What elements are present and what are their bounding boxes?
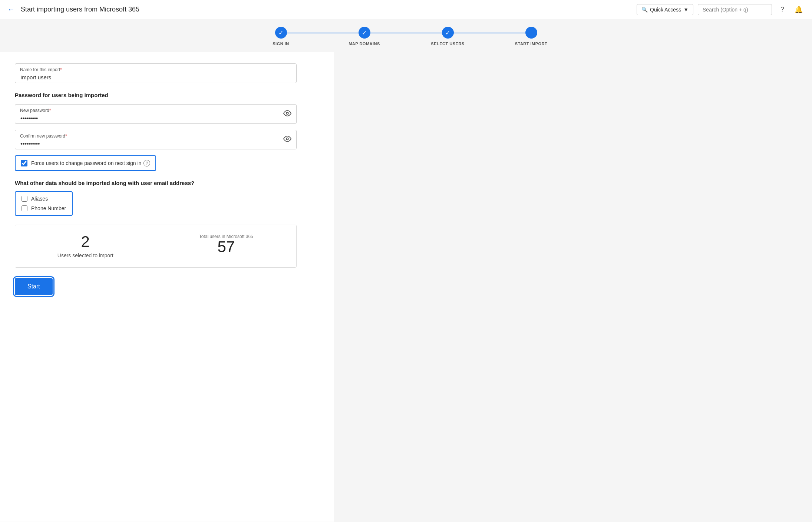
force-change-checkbox-row: Force users to change password on next s… bbox=[15, 155, 156, 171]
step-sign-in: ✓ SIGN IN bbox=[239, 27, 323, 46]
new-password-input[interactable] bbox=[15, 104, 297, 124]
other-data-title: What other data should be imported along… bbox=[15, 180, 319, 186]
step-1-label: SIGN IN bbox=[273, 42, 289, 46]
phone-number-checkbox[interactable] bbox=[22, 205, 27, 211]
selected-users-label: Users selected to import bbox=[24, 252, 147, 258]
new-password-wrapper: New password* bbox=[15, 104, 297, 124]
back-button[interactable]: ← bbox=[7, 5, 15, 14]
step-3-label: SELECT USERS bbox=[431, 42, 464, 46]
help-button[interactable]: ? bbox=[776, 4, 788, 16]
quick-access-label: Quick Access bbox=[650, 7, 681, 13]
confirm-password-wrapper: Confirm new password* bbox=[15, 130, 297, 149]
help-icon: ? bbox=[780, 6, 784, 13]
search-input[interactable] bbox=[698, 4, 772, 15]
selected-users-count: 2 bbox=[24, 234, 147, 250]
step-4-label: START IMPORT bbox=[515, 42, 548, 46]
step-1-circle: ✓ bbox=[275, 27, 287, 39]
bell-icon: 🔔 bbox=[795, 6, 803, 14]
aliases-item: Aliases bbox=[22, 196, 66, 202]
main-content: Name for this import* Password for users… bbox=[0, 52, 334, 522]
new-password-required: * bbox=[49, 108, 51, 113]
step-2-label: MAP DOMAINS bbox=[349, 42, 380, 46]
svg-point-0 bbox=[286, 112, 288, 114]
quick-access-button[interactable]: 🔍 Quick Access ▼ bbox=[637, 4, 693, 15]
import-name-group: Name for this import* bbox=[15, 63, 319, 83]
svg-point-1 bbox=[286, 138, 288, 140]
step-2-circle: ✓ bbox=[359, 27, 370, 39]
back-arrow-icon: ← bbox=[7, 5, 15, 14]
force-change-help-icon[interactable]: ? bbox=[143, 160, 150, 166]
aliases-checkbox[interactable] bbox=[22, 196, 27, 202]
password-section-title: Password for users being imported bbox=[15, 92, 319, 98]
stats-row: 2 Users selected to import Total users i… bbox=[15, 225, 297, 268]
selected-users-card: 2 Users selected to import bbox=[15, 225, 156, 267]
total-users-count: 57 bbox=[165, 239, 288, 255]
stepper: ✓ SIGN IN ✓ MAP DOMAINS ✓ SELECT USERS S… bbox=[0, 19, 812, 52]
search-icon: 🔍 bbox=[641, 7, 648, 13]
header-actions: 🔍 Quick Access ▼ ? 🔔 bbox=[637, 4, 805, 16]
notifications-button[interactable]: 🔔 bbox=[793, 4, 805, 16]
step-4-circle bbox=[525, 27, 537, 39]
phone-number-item: Phone Number bbox=[22, 205, 66, 211]
import-name-label: Name for this import* bbox=[20, 67, 62, 72]
new-password-label: New password* bbox=[20, 108, 51, 113]
eye-icon-confirm bbox=[283, 137, 291, 144]
import-name-input[interactable] bbox=[15, 63, 297, 83]
step-3-circle: ✓ bbox=[442, 27, 454, 39]
force-change-label[interactable]: Force users to change password on next s… bbox=[31, 160, 150, 166]
page-title: Start importing users from Microsoft 365 bbox=[21, 6, 631, 13]
step-map-domains: ✓ MAP DOMAINS bbox=[323, 27, 406, 46]
import-name-required: * bbox=[60, 67, 62, 72]
confirm-password-required: * bbox=[65, 133, 67, 139]
chevron-down-icon: ▼ bbox=[683, 7, 689, 13]
aliases-label[interactable]: Aliases bbox=[31, 196, 48, 202]
start-button[interactable]: Start bbox=[15, 278, 53, 295]
toggle-confirm-password-button[interactable] bbox=[283, 135, 291, 145]
eye-icon bbox=[283, 111, 291, 119]
total-users-card: Total users in Microsoft 365 57 bbox=[156, 225, 297, 267]
toggle-new-password-button[interactable] bbox=[283, 109, 291, 119]
step-select-users: ✓ SELECT USERS bbox=[406, 27, 489, 46]
phone-number-label[interactable]: Phone Number bbox=[31, 205, 66, 211]
confirm-password-label: Confirm new password* bbox=[20, 133, 67, 139]
confirm-password-input[interactable] bbox=[15, 130, 297, 149]
other-data-checkboxes: Aliases Phone Number bbox=[15, 191, 73, 216]
header: ← Start importing users from Microsoft 3… bbox=[0, 0, 812, 19]
force-change-checkbox[interactable] bbox=[21, 160, 27, 166]
step-start-import: START IMPORT bbox=[489, 27, 573, 46]
